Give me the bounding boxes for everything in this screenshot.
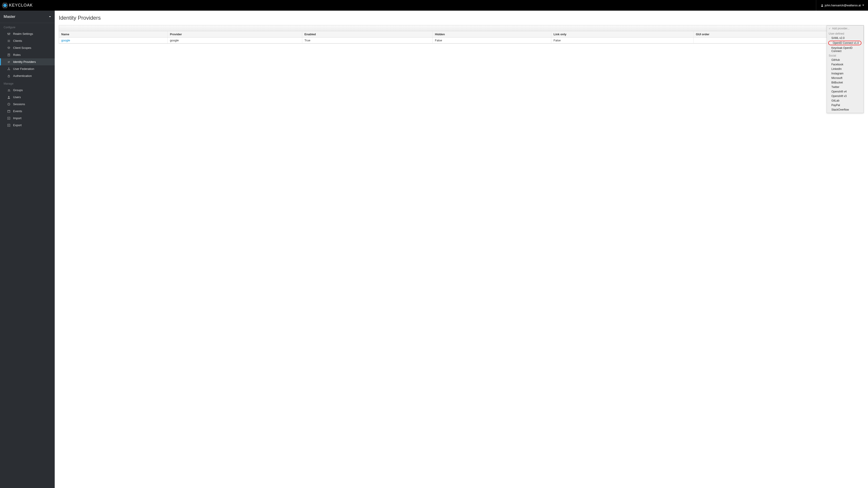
sidebar-item-label: Identity Providers (13, 60, 36, 64)
sidebar-item-events[interactable]: Events (0, 108, 55, 115)
cell-linkonly: False (551, 37, 693, 43)
sidebar-item-label: Export (13, 123, 22, 127)
lock-icon (7, 74, 10, 78)
sidebar-item-label: Users (13, 95, 21, 99)
sidebar-item-label: Groups (13, 88, 23, 92)
calendar-icon (7, 110, 10, 113)
svg-point-6 (7, 33, 8, 34)
tree-icon (7, 67, 10, 70)
top-header: KEYCLOAK john.hansarick@wallaroo.ai (0, 0, 868, 11)
sidebar-item-users[interactable]: Users (0, 94, 55, 101)
col-header: Enabled (302, 31, 432, 37)
providers-table-wrap: ✓ Add provider... User-definedSAML v2.0O… (59, 25, 864, 44)
col-header: Name (59, 31, 167, 37)
dropdown-item[interactable]: PayPal (827, 103, 864, 108)
sidebar-item-label: Events (13, 110, 22, 113)
svg-point-22 (8, 96, 9, 97)
dropdown-item[interactable]: StackOverflow (827, 108, 864, 112)
exchange-icon (7, 60, 10, 64)
dropdown-group-label: User-defined (827, 31, 864, 36)
table-toolbar: ✓ Add provider... User-definedSAML v2.0O… (59, 25, 864, 31)
sidebar-item-sessions[interactable]: Sessions (0, 101, 55, 108)
dropdown-item[interactable]: Keycloak OpenID Connect (827, 46, 864, 53)
col-header: Provider (167, 31, 302, 37)
sidebar-item-realm-settings[interactable]: Realm Settings (0, 30, 55, 37)
import-icon (7, 117, 10, 120)
dropdown-item[interactable]: SAML v2.0 (827, 36, 864, 40)
dropdown-item[interactable]: GitHub (827, 58, 864, 62)
table-row: googlegoogleTrueFalseFalseEdit (59, 37, 864, 43)
sidebar-item-export[interactable]: Export (0, 122, 55, 129)
sidebar-item-client-scopes[interactable]: Client Scopes (0, 44, 55, 51)
svg-rect-19 (8, 76, 10, 77)
svg-marker-1 (3, 4, 7, 7)
sidebar-item-clients[interactable]: Clients (0, 37, 55, 44)
cell-hidden: False (432, 37, 551, 43)
sidebar: Master ConfigureRealm SettingsClientsCli… (0, 11, 55, 488)
dropdown-placeholder: Add provider... (832, 27, 849, 30)
sidebar-item-user-federation[interactable]: User Federation (0, 65, 55, 72)
sidebar-section-label: Configure (0, 23, 55, 30)
cell-guiorder (693, 37, 841, 43)
sidebar-item-label: Roles (13, 53, 21, 57)
cell-enabled: True (302, 37, 432, 43)
dropdown-item[interactable]: OpenID Connect v1.0 (828, 41, 862, 45)
chevron-down-icon (49, 14, 51, 19)
sidebar-item-label: Realm Settings (13, 32, 33, 35)
brand-text: KEYCLOAK (9, 3, 33, 8)
brand[interactable]: KEYCLOAK (2, 2, 33, 8)
dropdown-item[interactable]: BitBucket (827, 80, 864, 85)
realm-selector[interactable]: Master (0, 11, 55, 23)
svg-rect-24 (8, 110, 10, 112)
col-header: Link only (551, 31, 693, 37)
svg-point-20 (8, 89, 9, 90)
cell-name[interactable]: google (59, 37, 167, 43)
svg-point-8 (9, 33, 10, 34)
dropdown-item[interactable]: GitLab (827, 98, 864, 103)
list-icon (7, 39, 10, 42)
sidebar-item-label: Import (13, 117, 22, 120)
sliders-icon (7, 32, 10, 35)
provider-link[interactable]: google (61, 39, 70, 42)
dropdown-group-label: Social (827, 53, 864, 58)
dropdown-item[interactable]: Microsoft (827, 76, 864, 80)
sidebar-item-groups[interactable]: Groups (0, 87, 55, 94)
user-menu[interactable]: john.hansarick@wallaroo.ai (816, 0, 864, 11)
sidebar-section-label: Manage (0, 80, 55, 87)
col-header: GUI order (693, 31, 841, 37)
dropdown-item[interactable]: Openshift v4 (827, 89, 864, 94)
svg-point-7 (8, 34, 9, 35)
clock-icon (7, 103, 10, 106)
dropdown-item[interactable]: Instagram (827, 71, 864, 76)
sidebar-item-label: Client Scopes (13, 46, 31, 50)
providers-table: NameProviderEnabledHiddenLink onlyGUI or… (59, 31, 864, 43)
group-icon (7, 89, 10, 92)
dropdown-item[interactable]: Facebook (827, 62, 864, 67)
sidebar-item-label: Authentication (13, 74, 32, 78)
check-icon: ✓ (829, 27, 831, 30)
user-icon (821, 4, 824, 7)
sidebar-item-authentication[interactable]: Authentication (0, 72, 55, 80)
user-email: john.hansarick@wallaroo.ai (825, 4, 861, 7)
chevron-down-icon (862, 4, 864, 7)
page-title: Identity Providers (59, 15, 864, 21)
dropdown-selected[interactable]: ✓ Add provider... (827, 26, 864, 31)
stack-icon (7, 47, 10, 50)
sidebar-item-label: User Federation (13, 67, 34, 70)
sidebar-item-import[interactable]: Import (0, 115, 55, 122)
sidebar-item-label: Sessions (13, 102, 25, 106)
sidebar-item-identity-providers[interactable]: Identity Providers (0, 58, 55, 65)
sidebar-item-roles[interactable]: Roles (0, 51, 55, 58)
add-provider-dropdown[interactable]: ✓ Add provider... User-definedSAML v2.0O… (827, 25, 864, 113)
cell-provider: google (167, 37, 302, 43)
keycloak-logo-icon (2, 2, 8, 8)
main-content: Identity Providers ✓ Add provider... Use… (55, 11, 868, 488)
export-icon (7, 124, 10, 127)
dropdown-item[interactable]: LinkedIn (827, 67, 864, 71)
svg-point-2 (822, 4, 823, 5)
realm-name: Master (4, 14, 16, 19)
svg-point-21 (9, 89, 10, 90)
dropdown-item[interactable]: Twitter (827, 85, 864, 89)
dropdown-item[interactable]: Openshift v3 (827, 94, 864, 98)
col-header: Hidden (432, 31, 551, 37)
